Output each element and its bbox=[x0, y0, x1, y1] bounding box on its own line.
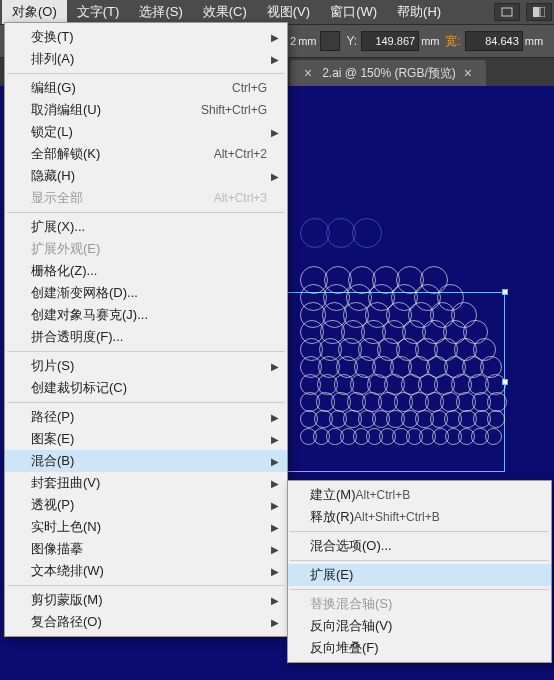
object-menu: 变换(T)▶排列(A)▶编组(G)Ctrl+G取消编组(U)Shift+Ctrl… bbox=[4, 22, 288, 637]
submenu-arrow-icon: ▶ bbox=[271, 522, 279, 533]
menu-item-label: 透视(P) bbox=[31, 496, 267, 514]
document-tab[interactable]: × 2.ai @ 150% (RGB/预览) × bbox=[290, 60, 486, 86]
submenu-arrow-icon: ▶ bbox=[271, 54, 279, 65]
menu-item[interactable]: 扩展(X)... bbox=[5, 216, 287, 238]
toolbar-button-1[interactable] bbox=[494, 3, 520, 21]
menu-item-label: 锁定(L) bbox=[31, 123, 267, 141]
menu-item-shortcut: Shift+Ctrl+G bbox=[201, 103, 267, 117]
menu-view[interactable]: 视图(V) bbox=[257, 0, 320, 24]
submenu-item[interactable]: 混合选项(O)... bbox=[288, 535, 551, 557]
submenu-arrow-icon: ▶ bbox=[271, 127, 279, 138]
menu-item[interactable]: 创建裁切标记(C) bbox=[5, 377, 287, 399]
menu-select[interactable]: 选择(S) bbox=[129, 0, 192, 24]
menu-item-label: 封套扭曲(V) bbox=[31, 474, 267, 492]
x-suffix: 2 bbox=[290, 35, 296, 47]
menu-item-label: 全部解锁(K) bbox=[31, 145, 214, 163]
menu-item-label: 编组(G) bbox=[31, 79, 232, 97]
menu-item[interactable]: 锁定(L)▶ bbox=[5, 121, 287, 143]
menu-item[interactable]: 图像描摹▶ bbox=[5, 538, 287, 560]
menu-item[interactable]: 剪切蒙版(M)▶ bbox=[5, 589, 287, 611]
menu-item[interactable]: 排列(A)▶ bbox=[5, 48, 287, 70]
menu-item[interactable]: 封套扭曲(V)▶ bbox=[5, 472, 287, 494]
menu-help[interactable]: 帮助(H) bbox=[387, 0, 451, 24]
menu-separator bbox=[7, 212, 285, 213]
submenu-item[interactable]: 扩展(E) bbox=[288, 564, 551, 586]
menu-item-label: 实时上色(N) bbox=[31, 518, 267, 536]
submenu-item-shortcut: Alt+Ctrl+B bbox=[356, 488, 411, 502]
menubar: 对象(O) 文字(T) 选择(S) 效果(C) 视图(V) 窗口(W) 帮助(H… bbox=[0, 0, 554, 24]
menu-item-shortcut: Alt+Ctrl+3 bbox=[214, 191, 267, 205]
menu-item[interactable]: 拼合透明度(F)... bbox=[5, 326, 287, 348]
menu-separator bbox=[7, 585, 285, 586]
menu-item-label: 创建裁切标记(C) bbox=[31, 379, 267, 397]
submenu-arrow-icon: ▶ bbox=[271, 171, 279, 182]
menu-item-label: 扩展外观(E) bbox=[31, 240, 267, 258]
x-unit: mm bbox=[298, 35, 316, 47]
submenu-item-label: 反向混合轴(V) bbox=[310, 617, 392, 635]
submenu-item[interactable]: 反向堆叠(F) bbox=[288, 637, 551, 659]
menu-item[interactable]: 实时上色(N)▶ bbox=[5, 516, 287, 538]
menu-item-label: 拼合透明度(F)... bbox=[31, 328, 267, 346]
submenu-item[interactable]: 反向混合轴(V) bbox=[288, 615, 551, 637]
submenu-arrow-icon: ▶ bbox=[271, 361, 279, 372]
menu-item[interactable]: 透视(P)▶ bbox=[5, 494, 287, 516]
menu-item-label: 创建渐变网格(D)... bbox=[31, 284, 267, 302]
menu-separator bbox=[7, 402, 285, 403]
svg-rect-0 bbox=[502, 8, 512, 16]
menu-item[interactable]: 文本绕排(W)▶ bbox=[5, 560, 287, 582]
menu-item[interactable]: 栅格化(Z)... bbox=[5, 260, 287, 282]
menu-item[interactable]: 图案(E)▶ bbox=[5, 428, 287, 450]
submenu-arrow-icon: ▶ bbox=[271, 32, 279, 43]
blend-shapes bbox=[300, 266, 520, 486]
y-unit: mm bbox=[421, 35, 439, 47]
submenu-item-label: 释放(R) bbox=[310, 508, 354, 526]
submenu-item-label: 反向堆叠(F) bbox=[310, 639, 379, 657]
menu-separator bbox=[7, 73, 285, 74]
toolbar-button-2[interactable] bbox=[526, 3, 552, 21]
menu-item[interactable]: 全部解锁(K)Alt+Ctrl+2 bbox=[5, 143, 287, 165]
submenu-item[interactable]: 释放(R)Alt+Shift+Ctrl+B bbox=[288, 506, 551, 528]
menu-item[interactable]: 变换(T)▶ bbox=[5, 26, 287, 48]
menu-item[interactable]: 路径(P)▶ bbox=[5, 406, 287, 428]
menu-item[interactable]: 编组(G)Ctrl+G bbox=[5, 77, 287, 99]
tab-prev-close-icon[interactable]: × bbox=[304, 65, 312, 81]
menu-item[interactable]: 切片(S)▶ bbox=[5, 355, 287, 377]
svg-rect-1 bbox=[533, 7, 539, 17]
menu-item[interactable]: 复合路径(O)▶ bbox=[5, 611, 287, 633]
menu-item-label: 切片(S) bbox=[31, 357, 267, 375]
submenu-arrow-icon: ▶ bbox=[271, 566, 279, 577]
menu-item[interactable]: 创建对象马赛克(J)... bbox=[5, 304, 287, 326]
menu-item-label: 图像描摹 bbox=[31, 540, 267, 558]
submenu-arrow-icon: ▶ bbox=[271, 478, 279, 489]
hint-circles bbox=[300, 218, 378, 248]
x-field: 2 mm bbox=[290, 35, 316, 47]
menu-item-label: 显示全部 bbox=[31, 189, 214, 207]
menu-item[interactable]: 创建渐变网格(D)... bbox=[5, 282, 287, 304]
x-stepper[interactable] bbox=[320, 31, 340, 51]
menu-item[interactable]: 隐藏(H)▶ bbox=[5, 165, 287, 187]
tab-title: 2.ai @ 150% (RGB/预览) bbox=[322, 65, 456, 82]
menu-separator bbox=[290, 589, 549, 590]
w-label: 宽: bbox=[443, 33, 462, 50]
y-input[interactable] bbox=[361, 31, 419, 51]
menu-item-label: 复合路径(O) bbox=[31, 613, 267, 631]
menu-item-label: 隐藏(H) bbox=[31, 167, 267, 185]
menu-window[interactable]: 窗口(W) bbox=[320, 0, 387, 24]
menu-item[interactable]: 取消编组(U)Shift+Ctrl+G bbox=[5, 99, 287, 121]
menu-object[interactable]: 对象(O) bbox=[2, 0, 67, 24]
submenu-item[interactable]: 建立(M)Alt+Ctrl+B bbox=[288, 484, 551, 506]
w-input[interactable] bbox=[465, 31, 523, 51]
menu-separator bbox=[290, 560, 549, 561]
submenu-item: 替换混合轴(S) bbox=[288, 593, 551, 615]
submenu-arrow-icon: ▶ bbox=[271, 544, 279, 555]
menu-item[interactable]: 混合(B)▶ bbox=[5, 450, 287, 472]
menu-effect[interactable]: 效果(C) bbox=[193, 0, 257, 24]
w-field: 宽: mm bbox=[443, 31, 543, 51]
close-icon[interactable]: × bbox=[464, 65, 472, 81]
menu-item-label: 变换(T) bbox=[31, 28, 267, 46]
menu-text[interactable]: 文字(T) bbox=[67, 0, 130, 24]
menu-item: 显示全部Alt+Ctrl+3 bbox=[5, 187, 287, 209]
menu-item-label: 创建对象马赛克(J)... bbox=[31, 306, 267, 324]
menu-item-label: 剪切蒙版(M) bbox=[31, 591, 267, 609]
y-label: Y: bbox=[344, 34, 359, 48]
